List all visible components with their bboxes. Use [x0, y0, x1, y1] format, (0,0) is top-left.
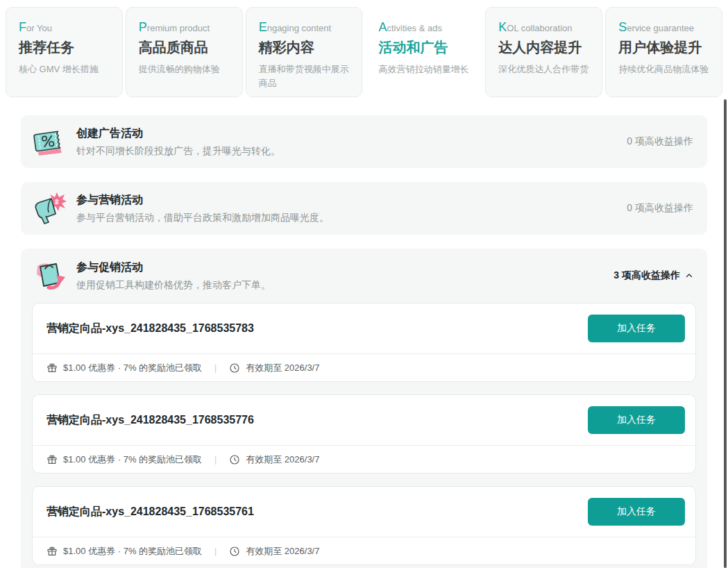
- task-validity: 有效期至 2026/3/7: [246, 453, 319, 466]
- task-title: 营销定向品-xys_241828435_1768535761: [46, 505, 254, 519]
- gift-icon: [46, 454, 58, 465]
- section-count-label: 0 项高收益操作: [627, 135, 693, 148]
- coupon-percent-icon: [32, 124, 68, 160]
- section-title: 参与促销活动: [76, 260, 613, 275]
- task-card-main: 营销定向品-xys_241828435_1768535776 加入任务: [33, 395, 695, 445]
- tab-engaging-content[interactable]: Engaging content 精彩内容 直播和带货视频中展示商品: [246, 7, 363, 97]
- task-card-footer: $1.00 优惠券 · 7% 的奖励池已领取 | 有效期至 2026/3/7: [33, 445, 695, 473]
- tab-en-label: Activities & ads: [378, 20, 471, 35]
- clock-icon: [229, 454, 240, 465]
- task-card: 营销定向品-xys_241828435_1768535761 加入任务 $1.0…: [32, 486, 696, 565]
- join-task-button[interactable]: 加入任务: [588, 498, 685, 526]
- category-tabs: For You 推荐任务 核心 GMV 增长措施 Premium product…: [0, 0, 728, 97]
- join-task-button[interactable]: 加入任务: [588, 315, 685, 342]
- section-count-toggle[interactable]: 3 项高收益操作: [613, 269, 693, 282]
- task-card-list: 营销定向品-xys_241828435_1768535783 加入任务 $1.0…: [21, 303, 707, 565]
- task-title: 营销定向品-xys_241828435_1768535783: [46, 321, 254, 336]
- tab-title: 高品质商品: [139, 38, 231, 57]
- section-title: 创建广告活动: [76, 126, 627, 141]
- section-create-ads[interactable]: 创建广告活动 针对不同增长阶段投放广告，提升曝光与转化。 0 项高收益操作: [21, 115, 707, 168]
- tab-premium-product[interactable]: Premium product 高品质商品 提供流畅的购物体验: [126, 7, 243, 97]
- tab-en-label: Premium product: [139, 20, 231, 35]
- footer-separator: |: [214, 455, 217, 465]
- tab-for-you[interactable]: For You 推荐任务 核心 GMV 增长措施: [6, 7, 123, 97]
- task-reward: $1.00 优惠券 · 7% 的奖励池已领取: [63, 453, 202, 466]
- section-promotions-header[interactable]: 参与促销活动 使用促销工具构建价格优势，推动客户下单。 3 项高收益操作: [21, 249, 707, 303]
- tab-en-label: For You: [19, 20, 111, 35]
- section-description: 使用促销工具构建价格优势，推动客户下单。: [76, 279, 613, 292]
- tab-title: 精彩内容: [259, 38, 351, 57]
- join-task-button[interactable]: 加入任务: [588, 406, 685, 434]
- gift-icon: [46, 362, 58, 374]
- tab-description: 直播和带货视频中展示商品: [259, 62, 351, 90]
- tab-en-label: KOL collaboration: [498, 20, 591, 35]
- gift-icon: [46, 546, 58, 557]
- tab-service-guarantee[interactable]: Service guarantee 用户体验提升 持续优化商品物流体验: [605, 7, 722, 97]
- task-card: 营销定向品-xys_241828435_1768535783 加入任务 $1.0…: [32, 303, 696, 382]
- megaphone-icon: [32, 190, 68, 226]
- tab-title: 用户体验提升: [618, 38, 711, 57]
- tab-description: 深化优质达人合作带货: [498, 62, 591, 76]
- section-title: 参与营销活动: [76, 193, 627, 208]
- task-reward: $1.00 优惠券 · 7% 的奖励池已领取: [63, 362, 202, 374]
- section-promotions: 参与促销活动 使用促销工具构建价格优势，推动客户下单。 3 项高收益操作 营销定…: [21, 249, 707, 568]
- tab-en-label: Engaging content: [259, 20, 351, 35]
- tab-kol-collaboration[interactable]: KOL collaboration 达人内容提升 深化优质达人合作带货: [485, 7, 602, 97]
- task-card-footer: $1.00 优惠券 · 7% 的奖励池已领取 | 有效期至 2026/3/7: [33, 353, 695, 381]
- clock-icon: [229, 362, 240, 374]
- tab-title: 达人内容提升: [498, 38, 591, 57]
- task-title: 营销定向品-xys_241828435_1768535776: [46, 413, 254, 428]
- section-count-label: 0 项高收益操作: [627, 202, 693, 215]
- footer-separator: |: [214, 546, 217, 556]
- section-description: 参与平台营销活动，借助平台政策和激励增加商品曝光度。: [76, 212, 627, 224]
- task-card-main: 营销定向品-xys_241828435_1768535761 加入任务: [33, 487, 695, 537]
- section-description: 针对不同增长阶段投放广告，提升曝光与转化。: [76, 145, 627, 158]
- section-text: 参与营销活动 参与平台营销活动，借助平台政策和激励增加商品曝光度。: [76, 193, 627, 224]
- tab-activities-ads[interactable]: Activities & ads 活动和广告 高效营销拉动销量增长: [365, 7, 482, 97]
- promo-bag-icon: [32, 258, 68, 294]
- task-card: 营销定向品-xys_241828435_1768535776 加入任务 $1.0…: [32, 394, 696, 474]
- tab-title: 推荐任务: [19, 38, 111, 57]
- footer-separator: |: [214, 363, 217, 373]
- chevron-up-icon: [685, 272, 693, 280]
- task-reward: $1.00 优惠券 · 7% 的奖励池已领取: [63, 545, 202, 558]
- section-text: 参与促销活动 使用促销工具构建价格优势，推动客户下单。: [76, 260, 613, 292]
- tab-description: 高效营销拉动销量增长: [378, 62, 471, 76]
- clock-icon: [229, 546, 240, 557]
- section-count-label: 3 项高收益操作: [613, 269, 680, 282]
- vertical-scrollbar-thumb[interactable]: [724, 99, 727, 568]
- tab-en-label: Service guarantee: [618, 20, 711, 35]
- tab-description: 提供流畅的购物体验: [139, 62, 231, 76]
- task-card-main: 营销定向品-xys_241828435_1768535783 加入任务: [33, 303, 695, 353]
- section-text: 创建广告活动 针对不同增长阶段投放广告，提升曝光与转化。: [76, 126, 627, 158]
- tab-title: 活动和广告: [378, 38, 471, 57]
- tab-description: 核心 GMV 增长措施: [19, 62, 111, 76]
- section-marketing-activities[interactable]: 参与营销活动 参与平台营销活动，借助平台政策和激励增加商品曝光度。 0 项高收益…: [21, 182, 707, 235]
- tab-description: 持续优化商品物流体验: [618, 62, 711, 76]
- task-card-footer: $1.00 优惠券 · 7% 的奖励池已领取 | 有效期至 2026/3/7: [33, 537, 695, 565]
- task-validity: 有效期至 2026/3/7: [246, 545, 319, 558]
- task-sections: 创建广告活动 针对不同增长阶段投放广告，提升曝光与转化。 0 项高收益操作 参与…: [0, 97, 728, 568]
- task-validity: 有效期至 2026/3/7: [246, 362, 319, 374]
